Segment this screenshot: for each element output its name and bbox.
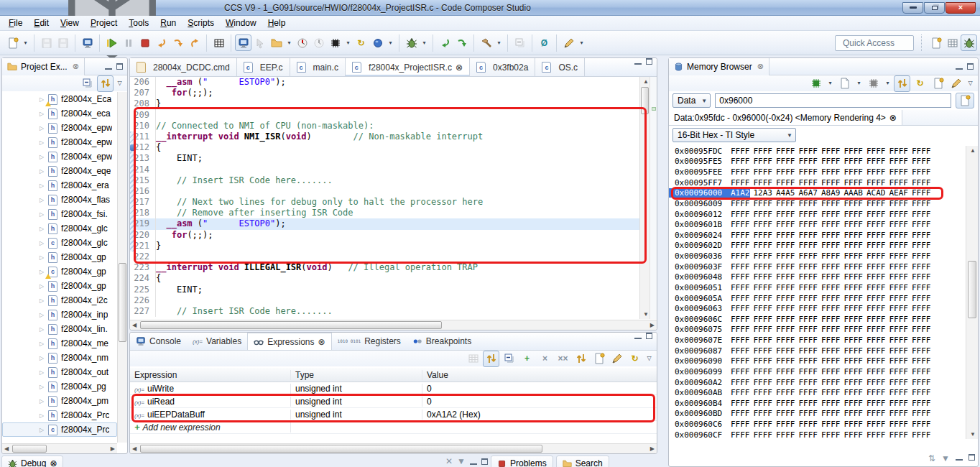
editor-hscrollbar[interactable]: ◀▶ bbox=[130, 320, 657, 330]
memory-value[interactable]: FFFF bbox=[889, 367, 909, 376]
maximize-view-icon[interactable] bbox=[969, 454, 975, 461]
tree-item[interactable]: ▷cf28004x_glc bbox=[2, 236, 117, 250]
memory-row[interactable]: 0x0009607EFFFFFFFFFFFFFFFFFFFFFFFFFFFFFF… bbox=[669, 335, 966, 346]
memory-value[interactable]: FFFF bbox=[754, 420, 773, 429]
memory-value[interactable]: FFFF bbox=[912, 367, 931, 376]
memory-value[interactable]: FFFF bbox=[754, 272, 773, 282]
memory-value[interactable]: FFFF bbox=[776, 409, 795, 418]
expand-icon[interactable]: ▷ bbox=[40, 297, 48, 304]
memory-value[interactable]: FFFF bbox=[821, 304, 841, 313]
column-header-expression[interactable]: Expression bbox=[130, 370, 291, 380]
collapse-all-icon[interactable] bbox=[501, 351, 517, 367]
memory-row[interactable]: 0x000960C6FFFFFFFFFFFFFFFFFFFFFFFFFFFFFF… bbox=[669, 419, 966, 430]
tree-item[interactable]: ▷hf28004x_epw bbox=[2, 135, 117, 149]
memory-value[interactable]: FFFF bbox=[866, 409, 886, 418]
memory-value[interactable]: FFFF bbox=[866, 241, 886, 250]
new-wizard-icon[interactable] bbox=[4, 34, 21, 51]
code-line-226[interactable]: 226 bbox=[130, 295, 657, 306]
add-icon[interactable]: + bbox=[519, 351, 535, 367]
memory-value[interactable]: FFFF bbox=[799, 304, 818, 313]
memory-value[interactable]: FFFF bbox=[821, 220, 841, 229]
memory-value[interactable]: FFFF bbox=[776, 157, 795, 166]
memory-value[interactable]: FFFF bbox=[912, 231, 931, 240]
memory-value[interactable]: FFFF bbox=[799, 294, 818, 303]
memory-row[interactable]: 0x00096090FFFFFFFFFFFFFFFFFFFFFFFFFFFFFF… bbox=[669, 356, 966, 367]
memory-value[interactable]: FFFF bbox=[799, 251, 818, 261]
project-explorer-tab[interactable]: Project Ex... ⊗ bbox=[2, 58, 85, 75]
chip-green-icon[interactable] bbox=[808, 75, 824, 92]
memory-value[interactable]: FFFF bbox=[889, 420, 909, 429]
pause-icon[interactable] bbox=[120, 34, 137, 51]
memory-value[interactable]: FFFF bbox=[912, 378, 931, 387]
grid-table-icon[interactable] bbox=[211, 34, 227, 51]
memory-value[interactable]: FFFF bbox=[754, 399, 773, 408]
tree-item[interactable]: ▷hf28004x_epw bbox=[2, 121, 117, 135]
memory-value[interactable]: A4A5 bbox=[776, 188, 795, 198]
memory-value[interactable]: FFFF bbox=[889, 251, 909, 261]
expressions-hscrollbar[interactable]: ◀▶ bbox=[130, 443, 657, 453]
memory-value[interactable]: FFFF bbox=[776, 147, 795, 156]
memory-row[interactable]: 0x00096012FFFFFFFFFFFFFFFFFFFFFFFFFFFFFF… bbox=[669, 209, 966, 220]
memory-value[interactable]: FFFF bbox=[844, 304, 864, 313]
memory-value[interactable]: FFFF bbox=[776, 210, 795, 219]
memory-value[interactable]: FFFF bbox=[889, 210, 909, 219]
memory-value[interactable]: FFFF bbox=[731, 199, 750, 208]
chip-icon[interactable] bbox=[327, 34, 343, 51]
memory-value[interactable]: FFFF bbox=[821, 283, 841, 292]
memory-value[interactable]: FFFF bbox=[731, 315, 750, 324]
memory-value[interactable]: FFFF bbox=[754, 325, 773, 334]
memory-value[interactable]: FFFF bbox=[754, 346, 773, 356]
memory-value[interactable]: FFFF bbox=[799, 346, 818, 356]
memory-row[interactable]: 0x0009603FFFFFFFFFFFFFFFFFFFFFFFFFFFFFFF… bbox=[669, 262, 966, 272]
memory-row[interactable]: 0x000960CFFFFFFFFFFFFFFFFFFFFFFFFFFFFFFF… bbox=[669, 430, 966, 439]
memory-value[interactable]: FFFF bbox=[821, 367, 841, 376]
memory-value[interactable]: FFFF bbox=[799, 178, 818, 188]
memory-value[interactable]: FFFF bbox=[821, 167, 841, 177]
tree-mode-icon[interactable] bbox=[483, 351, 499, 367]
memory-value[interactable]: FFFF bbox=[754, 157, 773, 166]
memory-value[interactable]: FFFF bbox=[889, 388, 909, 397]
expand-icon[interactable]: ▷ bbox=[40, 384, 48, 390]
memory-row[interactable]: 0x000960A2FFFFFFFFFFFFFFFFFFFFFFFFFFFFFF… bbox=[669, 377, 966, 388]
tree-item[interactable]: ▷hf28004x_i2c bbox=[2, 293, 117, 308]
memory-row[interactable]: 0x000960BDFFFFFFFFFFFFFFFFFFFFFFFFFFFFFF… bbox=[669, 409, 966, 420]
memory-row[interactable]: 0x00096024FFFFFFFFFFFFFFFFFFFFFFFFFFFFFF… bbox=[669, 230, 966, 241]
tree-item[interactable]: ▷hf28004x_eca bbox=[2, 106, 117, 121]
memory-value[interactable]: FFFF bbox=[912, 157, 931, 166]
memory-value[interactable]: FFFF bbox=[754, 178, 773, 188]
maximize-view-icon[interactable] bbox=[646, 58, 652, 65]
memory-value[interactable]: FFFF bbox=[776, 294, 795, 303]
memory-value[interactable]: FFFF bbox=[776, 167, 795, 177]
memory-value[interactable]: FFFF bbox=[889, 304, 909, 313]
memory-value[interactable]: FFFF bbox=[754, 231, 773, 240]
expand-icon[interactable]: ▷ bbox=[40, 312, 48, 318]
memory-value[interactable]: FFFF bbox=[866, 157, 886, 166]
memory-value[interactable]: FFFF bbox=[912, 241, 931, 250]
memory-value[interactable]: FFFF bbox=[912, 420, 931, 429]
code-line-208[interactable]: 208} bbox=[130, 98, 657, 109]
refresh-icon[interactable]: ↻ bbox=[627, 351, 643, 367]
memory-value[interactable]: FFFF bbox=[821, 346, 841, 356]
expand-icon[interactable]: ▷ bbox=[40, 139, 48, 146]
memory-value[interactable]: FFFF bbox=[799, 231, 818, 240]
memory-value[interactable]: FFFF bbox=[889, 399, 909, 408]
expand-icon[interactable]: ▷ bbox=[40, 412, 48, 419]
tree-item[interactable]: ▷hf28004x_me bbox=[2, 336, 117, 351]
memory-value[interactable]: FFFF bbox=[821, 294, 841, 303]
memory-value[interactable]: FFFF bbox=[731, 178, 750, 188]
expand-icon[interactable]: ▷ bbox=[40, 211, 48, 218]
memory-value[interactable]: FFFF bbox=[776, 356, 795, 366]
memory-value[interactable]: FFFF bbox=[731, 210, 750, 219]
step-over-icon[interactable] bbox=[170, 34, 186, 51]
memory-value[interactable]: FFFF bbox=[821, 378, 841, 387]
tree-item[interactable]: ▷hf28004x_Eca bbox=[2, 92, 117, 106]
memory-value[interactable]: FFFF bbox=[866, 167, 886, 177]
memory-value[interactable]: FFFF bbox=[889, 315, 909, 324]
memory-value[interactable]: FFFF bbox=[844, 272, 864, 282]
memory-value[interactable]: FFFF bbox=[844, 241, 864, 250]
restore-button[interactable] bbox=[924, 2, 945, 14]
filter-icon[interactable]: ▼ bbox=[457, 457, 466, 466]
pin-editor-icon[interactable] bbox=[512, 34, 528, 51]
memory-space-select[interactable]: Data▼ bbox=[672, 93, 711, 108]
memory-value[interactable]: FFFF bbox=[776, 304, 795, 313]
